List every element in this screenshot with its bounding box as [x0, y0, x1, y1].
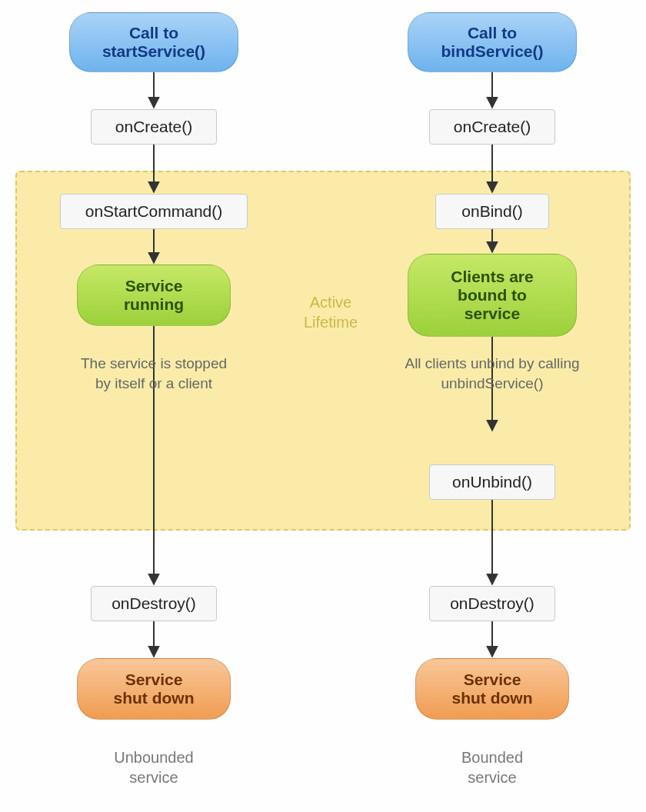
left-shutdown-node: Serviceshut down	[77, 658, 231, 720]
right-shutdown-label: Serviceshut down	[452, 671, 533, 707]
left-onstartcommand-label: onStartCommand()	[85, 202, 223, 221]
right-onunbind-node: onUnbind()	[429, 464, 555, 500]
left-ondestroy-label: onDestroy()	[112, 594, 196, 613]
right-ondestroy-label: onDestroy()	[450, 594, 534, 613]
right-shutdown-node: Serviceshut down	[415, 658, 569, 720]
left-oncreate-label: onCreate()	[115, 118, 192, 136]
left-oncreate-node: onCreate()	[91, 109, 217, 145]
right-start-node: Call tobindService()	[408, 12, 577, 72]
right-bound-label: Clients arebound toservice	[451, 268, 533, 323]
right-onunbind-label: onUnbind()	[452, 473, 532, 491]
service-lifecycle-diagram: Call tostartService() onCreate() onStart…	[0, 0, 646, 812]
left-onstartcommand-node: onStartCommand()	[60, 194, 248, 229]
left-caption: Unboundedservice	[92, 747, 215, 787]
left-start-label: Call tostartService()	[102, 24, 205, 61]
active-lifetime-label: ActiveLifetime	[292, 292, 369, 332]
right-bound-node: Clients arebound toservice	[408, 254, 577, 337]
right-onbind-node: onBind()	[435, 194, 549, 229]
right-note: All clients unbind by callingunbindServi…	[377, 354, 608, 393]
right-ondestroy-node: onDestroy()	[429, 586, 555, 621]
right-caption: Boundedservice	[431, 747, 554, 787]
right-start-label: Call tobindService()	[441, 24, 543, 61]
left-running-node: Servicerunning	[77, 265, 231, 326]
right-oncreate-node: onCreate()	[429, 109, 555, 145]
left-start-node: Call tostartService()	[69, 12, 238, 72]
left-shutdown-label: Serviceshut down	[114, 671, 195, 707]
left-note: The service is stoppedby itself or a cli…	[46, 354, 261, 393]
right-onbind-label: onBind()	[461, 202, 522, 221]
left-running-label: Servicerunning	[124, 277, 184, 314]
left-ondestroy-node: onDestroy()	[91, 586, 217, 621]
right-oncreate-label: onCreate()	[454, 118, 531, 136]
